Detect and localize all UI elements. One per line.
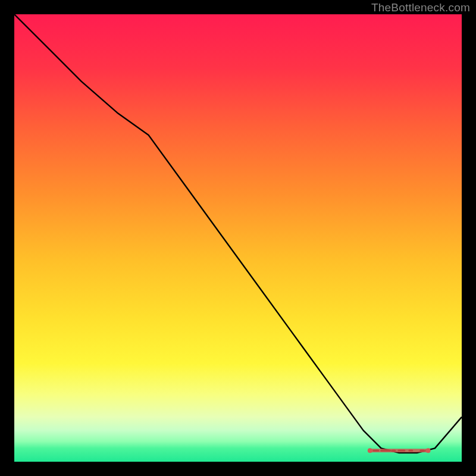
optimal-range-marker [368, 448, 431, 453]
svg-point-3 [426, 448, 431, 453]
plot-svg [14, 14, 462, 462]
plot-area [14, 14, 462, 462]
watermark-text: TheBottleneck.com [371, 1, 470, 14]
svg-point-2 [368, 448, 372, 453]
chart-container: TheBottleneck.com [0, 0, 476, 476]
